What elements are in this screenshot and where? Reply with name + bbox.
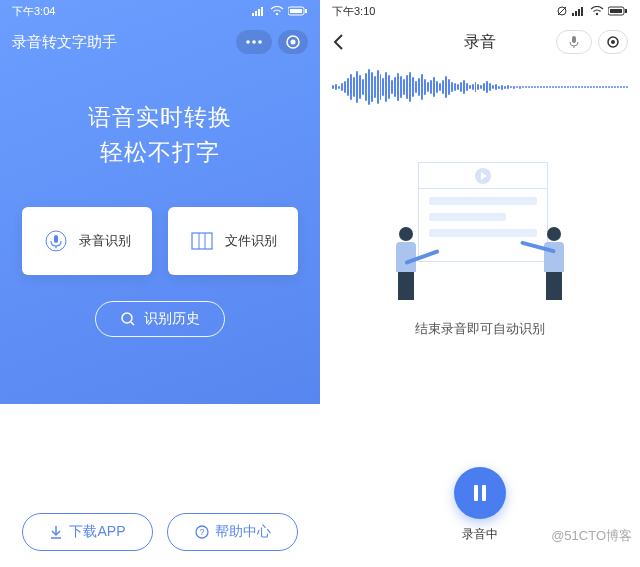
svg-rect-2 [258, 9, 260, 16]
status-bar: 下午3:04 [0, 0, 320, 22]
hero-text: 语音实时转换 轻松不打字 [0, 62, 320, 207]
svg-rect-6 [290, 9, 302, 13]
svg-point-9 [252, 40, 256, 44]
pause-recording-button[interactable] [454, 467, 506, 519]
svg-rect-34 [625, 9, 627, 13]
download-app-button[interactable]: 下载APP [22, 513, 153, 551]
svg-rect-33 [610, 9, 622, 13]
hero-line-1: 语音实时转换 [0, 100, 320, 135]
back-button[interactable] [332, 33, 356, 51]
mute-icon [556, 6, 568, 16]
person-left-icon [386, 227, 426, 302]
battery-icon [288, 6, 308, 16]
signal-icon [252, 6, 266, 16]
app-title: 录音转文字助手 [12, 33, 117, 52]
svg-rect-30 [581, 7, 583, 16]
status-time: 下午3:04 [12, 4, 55, 19]
caption-text: 结束录音即可自动识别 [320, 320, 640, 338]
svg-rect-1 [255, 11, 257, 16]
svg-point-31 [596, 13, 598, 15]
search-icon [120, 311, 136, 327]
app-header: 录音转文字助手 [0, 22, 320, 62]
svg-point-19 [122, 313, 132, 323]
file-card-label: 文件识别 [225, 232, 277, 250]
wifi-icon [590, 6, 604, 16]
svg-point-8 [246, 40, 250, 44]
download-icon [49, 525, 63, 539]
status-bar: 下午3:10 [320, 0, 640, 22]
svg-point-4 [276, 13, 278, 15]
svg-rect-27 [572, 13, 574, 16]
svg-rect-29 [578, 9, 580, 16]
help-icon: ? [195, 525, 209, 539]
signal-icon [572, 6, 586, 16]
status-time: 下午3:10 [332, 4, 375, 19]
svg-point-10 [258, 40, 262, 44]
page-title: 录音 [464, 32, 496, 53]
recording-status: 录音中 [462, 526, 498, 543]
file-recognition-card[interactable]: 文件识别 [168, 207, 298, 275]
target-button[interactable] [278, 30, 308, 54]
record-recognition-card[interactable]: 录音识别 [22, 207, 152, 275]
history-button[interactable]: 识别历史 [95, 301, 225, 337]
svg-rect-28 [575, 11, 577, 16]
svg-rect-3 [261, 7, 263, 16]
recording-header: 录音 [320, 22, 640, 62]
menu-dots-button[interactable] [236, 30, 272, 54]
illustration [370, 162, 590, 302]
audio-waveform [320, 62, 640, 112]
download-label: 下载APP [69, 523, 125, 541]
svg-rect-16 [192, 233, 212, 249]
target-header-button[interactable] [598, 30, 628, 54]
record-card-label: 录音识别 [79, 232, 131, 250]
svg-text:?: ? [199, 527, 204, 537]
pause-icon [474, 485, 486, 501]
microphone-icon [43, 228, 69, 254]
wifi-icon [270, 6, 284, 16]
svg-point-38 [611, 40, 615, 44]
help-label: 帮助中心 [215, 523, 271, 541]
mic-header-button[interactable] [556, 30, 592, 54]
help-center-button[interactable]: ? 帮助中心 [167, 513, 298, 551]
svg-rect-0 [252, 13, 254, 16]
svg-rect-7 [305, 9, 307, 13]
watermark: @51CTO博客 [551, 527, 632, 545]
svg-rect-14 [54, 235, 58, 243]
battery-icon [608, 6, 628, 16]
file-grid-icon [189, 228, 215, 254]
hero-line-2: 轻松不打字 [0, 135, 320, 170]
phone-screen-left: 下午3:04 录音转文字助手 [0, 0, 320, 567]
svg-rect-35 [572, 36, 576, 43]
phone-screen-right: 下午3:10 录音 [320, 0, 640, 567]
svg-line-20 [131, 322, 134, 325]
svg-point-12 [291, 40, 296, 45]
history-label: 识别历史 [144, 310, 200, 328]
person-right-icon [534, 227, 574, 302]
